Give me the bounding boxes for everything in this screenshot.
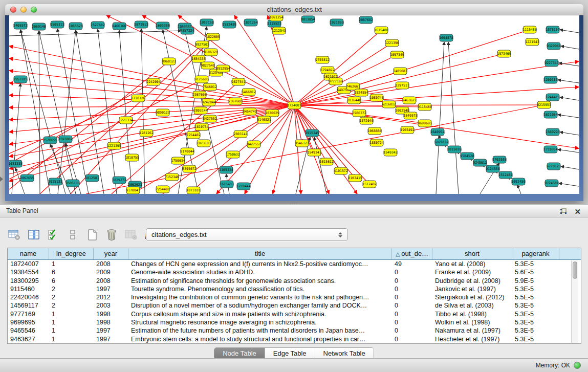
column-header-out_degree[interactable]: △out_de… [392, 248, 432, 259]
cell-short[interactable]: Dudbridge et al. (2008) [432, 277, 512, 285]
column-header-pagerank[interactable]: pagerank [512, 248, 559, 259]
cell-name[interactable]: 9465546 [8, 326, 49, 335]
graph-node[interactable]: 5466012 [242, 89, 255, 96]
graph-edge[interactable] [558, 115, 579, 118]
cell-pagerank[interactable]: 5.5E-5 [512, 293, 559, 301]
cell-name[interactable]: 9115460 [8, 285, 49, 293]
graph-node[interactable]: 1080748 [369, 94, 383, 101]
cell-out_degree[interactable]: 0 [392, 318, 432, 326]
graph-node[interactable]: 1810755 [125, 154, 139, 161]
graph-node[interactable]: 1221396 [385, 39, 399, 47]
tab-node-table[interactable]: Node Table [214, 348, 265, 359]
graph-node[interactable]: 1244415 [546, 94, 559, 101]
graph-node[interactable]: 2405572 [13, 22, 27, 29]
cell-in_degree[interactable]: 1 [49, 260, 94, 268]
cell-year[interactable]: 1997 [94, 326, 128, 335]
graph-node[interactable]: 1915345 [305, 129, 319, 137]
tab-network-table[interactable]: Network Table [315, 348, 374, 359]
graph-node[interactable]: 2069140 [32, 23, 46, 30]
cell-title[interactable]: Estimation of significance thresholds fo… [128, 277, 392, 285]
graph-node[interactable]: 1532439 [222, 21, 236, 28]
table-settings-icon[interactable] [7, 227, 21, 243]
graph-node[interactable]: 1569293 [546, 128, 559, 136]
cell-title[interactable]: Tourette syndrome. Phenomenology and cla… [128, 285, 392, 293]
graph-node[interactable]: 1750634 [171, 157, 185, 164]
column-header-short[interactable]: short [432, 248, 512, 259]
graph-node[interactable]: 1615433 [220, 181, 233, 188]
cell-pagerank[interactable]: 5.3E-5 [512, 326, 559, 335]
cell-name[interactable]: 9463627 [8, 335, 49, 343]
table-source-select[interactable]: citations_edges.txt [146, 228, 348, 241]
cell-in_degree[interactable]: 1 [49, 318, 94, 326]
cell-title[interactable]: Embryonic stem cells: a model to study s… [128, 335, 392, 343]
graph-node[interactable]: 1281262 [139, 129, 153, 137]
cell-pagerank[interactable]: 5.3E-5 [512, 310, 559, 318]
minimize-window-button[interactable] [20, 7, 27, 13]
graph-node[interactable]: 9170044 [180, 148, 194, 155]
graph-node[interactable]: 1957158 [200, 19, 213, 26]
cell-short[interactable]: Franke et al. (2009) [432, 268, 512, 276]
cell-title[interactable]: Changes of HCN gene expression and I(f) … [128, 260, 392, 268]
graph-node[interactable]: 3915133 [48, 178, 62, 185]
graph-node[interactable]: 1512481 [498, 171, 512, 179]
graph-node[interactable]: 9699695 [418, 120, 431, 127]
cell-year[interactable]: 2009 [94, 268, 128, 276]
cell-name[interactable]: 18300295 [8, 277, 49, 285]
graph-node[interactable]: 1210444 [236, 183, 250, 190]
graph-node[interactable]: 1512482 [362, 181, 376, 188]
graph-node[interactable]: 1724007 [287, 102, 301, 109]
graph-node[interactable]: 1615612 [319, 158, 333, 165]
graph-node[interactable]: 8186328 [204, 49, 217, 56]
table-row[interactable]: 2242004622012Investigating the contribut… [8, 293, 571, 301]
graph-node[interactable]: 1593802 [58, 136, 72, 143]
graph-node[interactable]: 2718126 [131, 95, 145, 102]
graph-edge[interactable] [558, 80, 579, 83]
graph-node[interactable]: 2062655 [20, 174, 34, 182]
column-header-name[interactable]: name [8, 248, 49, 259]
graph-node[interactable]: 1603380 [156, 22, 169, 29]
graph-node[interactable]: 8427551 [247, 141, 260, 148]
graph-node[interactable]: 9227343 [545, 59, 558, 67]
cell-in_degree[interactable]: 1 [49, 335, 94, 343]
graph-node[interactable]: 1621064 [543, 111, 557, 118]
cell-title[interactable]: Corpus callosum shape and size in male p… [128, 310, 392, 318]
graph-node[interactable]: 1033335 [9, 160, 23, 167]
graph-node[interactable]: 1065528 [69, 23, 82, 30]
graph-edge[interactable] [20, 30, 50, 194]
graph-node[interactable]: 2242004 [146, 78, 160, 85]
graph-node[interactable]: 2367606 [192, 91, 206, 98]
graph-node[interactable]: 2803141 [233, 130, 247, 138]
table-row[interactable]: 977716911998Corpus callosum shape and si… [8, 310, 571, 318]
graph-node[interactable]: 1710354 [543, 146, 557, 153]
graph-node[interactable]: 9777169 [329, 78, 342, 85]
graph-node[interactable]: 9827503 [195, 41, 209, 48]
graph-edge[interactable] [294, 105, 341, 171]
cell-out_degree[interactable]: 0 [392, 285, 432, 293]
table-row[interactable]: 969969511998Structural magnetic resonanc… [8, 318, 571, 326]
cell-short[interactable]: Nakamura et al. (1997) [432, 326, 512, 335]
cell-out_degree[interactable]: 49 [392, 260, 432, 268]
graph-node[interactable]: 9329966 [547, 42, 560, 50]
cell-year[interactable]: 2008 [94, 260, 128, 268]
graph-node[interactable]: 1965492 [400, 126, 414, 134]
cell-name[interactable]: 9699695 [8, 318, 49, 326]
graph-edge[interactable] [517, 185, 521, 194]
cell-pagerank[interactable]: 5.3E-5 [512, 335, 559, 343]
graph-edge[interactable] [141, 29, 145, 194]
graph-edge[interactable] [559, 183, 579, 186]
cell-title[interactable]: Disruption of a novel member of a sodium… [128, 301, 392, 310]
graph-node[interactable]: 9755812 [315, 56, 329, 63]
graph-node[interactable]: 2105334 [219, 166, 233, 173]
cell-name[interactable]: 14569117 [8, 301, 49, 310]
row-height-icon[interactable] [66, 227, 80, 243]
graph-node[interactable]: 2367608 [228, 98, 242, 105]
zoom-window-button[interactable] [31, 7, 37, 13]
cell-out_degree[interactable]: 0 [392, 293, 432, 301]
cell-out_degree[interactable]: 0 [392, 277, 432, 285]
graph-node[interactable]: 1221395 [107, 142, 121, 149]
graph-node[interactable]: 9827541 [231, 78, 245, 85]
graph-edge[interactable] [558, 149, 579, 152]
graph-node[interactable]: 1549341 [307, 149, 321, 156]
graph-edge[interactable] [561, 166, 579, 169]
graph-edge[interactable] [76, 30, 104, 194]
